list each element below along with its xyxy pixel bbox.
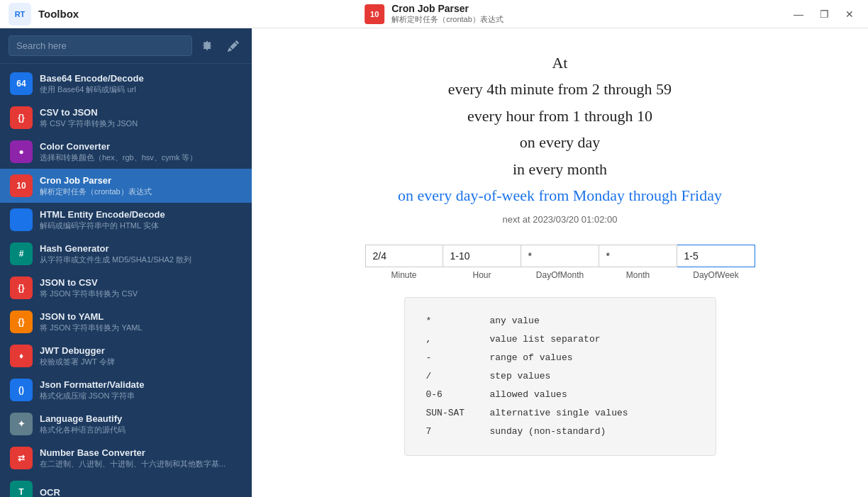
- sidebar-icon-ocr: T: [10, 481, 33, 497]
- sidebar-icon-language-beautify: ✦: [10, 413, 33, 435]
- cron-label-dayofweek: DayOfWeek: [693, 270, 738, 280]
- title-bar-right: — ❐ ✕: [789, 4, 859, 24]
- sidebar-item-text-json-formatter: Json Formatter/Validate 格式化或压缩 JSON 字符串: [40, 379, 144, 401]
- sidebar-item-number-base[interactable]: ⇄ Number Base Converter 在二进制、八进制、十进制、十六进…: [0, 441, 252, 475]
- app-logo: RT: [9, 3, 31, 26]
- restore-button[interactable]: ❐: [814, 4, 834, 24]
- cron-input-minute[interactable]: [365, 245, 443, 267]
- ref-symbol: ,: [426, 330, 476, 349]
- sidebar-item-title-number-base: Number Base Converter: [40, 447, 226, 458]
- sidebar-item-subtitle-json-to-yaml: 将 JSON 字符串转换为 YAML: [40, 323, 143, 333]
- title-bar-left: RT Toolbox: [9, 3, 79, 26]
- sidebar-item-text-color-converter: Color Converter 选择和转换颜色（hex、rgb、hsv、cymk…: [40, 141, 197, 163]
- sidebar-item-color-converter[interactable]: ● Color Converter 选择和转换颜色（hex、rgb、hsv、cy…: [0, 135, 252, 169]
- sidebar-icon-json-to-csv: {}: [10, 277, 33, 299]
- sidebar-icon-json-to-yaml: {}: [10, 311, 33, 333]
- next-at: next at 2023/03/20 01:02:00: [503, 214, 618, 225]
- settings-icon[interactable]: [198, 36, 218, 56]
- sidebar-item-title-html-entity: HTML Entity Encode/Decode: [40, 209, 165, 220]
- sidebar-item-subtitle-cron-job-parser: 解析定时任务（crontab）表达式: [40, 186, 152, 197]
- cron-label-hour: Hour: [472, 270, 491, 280]
- ref-desc: allowed values: [490, 386, 567, 404]
- ref-desc: any value: [490, 312, 540, 330]
- cron-fields: Minute Hour DayOfMonth Month DayOfWeek: [365, 245, 755, 280]
- sidebar-item-jwt-debugger[interactable]: ♦ JWT Debugger 校验或签署 JWT 令牌: [0, 339, 252, 373]
- cron-input-dayofmonth[interactable]: [521, 245, 599, 267]
- sidebar-item-title-json-to-csv: JSON to CSV: [40, 277, 138, 288]
- sidebar-item-title-json-to-yaml: JSON to YAML: [40, 311, 143, 322]
- sidebar-item-html-entity[interactable]: HTML Entity Encode/Decode 解码或编码字符串中的 HTM…: [0, 203, 252, 237]
- close-button[interactable]: ✕: [840, 4, 859, 24]
- sidebar-item-hash-generator[interactable]: # Hash Generator 从字符串或文件生成 MD5/SHA1/SHA2…: [0, 237, 252, 271]
- result-line4: on every day: [398, 129, 722, 155]
- ref-row: /step values: [426, 367, 694, 386]
- sidebar-item-text-language-beautify: Language Beautify 格式化各种语言的源代码: [40, 413, 126, 435]
- result-line3: every hour from 1 through 10: [398, 103, 722, 129]
- ref-row: *any value: [426, 312, 694, 330]
- ref-desc: range of values: [490, 349, 573, 367]
- sidebar-icon-color-converter: ●: [10, 140, 33, 163]
- sidebar-icon-html-entity: [10, 208, 33, 231]
- sidebar-item-text-jwt-debugger: JWT Debugger 校验或签署 JWT 令牌: [40, 345, 115, 367]
- result-line2: every 4th minute from 2 through 59: [398, 76, 722, 102]
- cron-label-dayofmonth: DayOfMonth: [536, 270, 584, 280]
- ref-desc: step values: [490, 367, 551, 386]
- sidebar-item-title-color-converter: Color Converter: [40, 141, 197, 152]
- tool-title-main: Cron Job Parser: [391, 3, 503, 14]
- sidebar-item-cron-job-parser[interactable]: 10 Cron Job Parser 解析定时任务（crontab）表达式: [0, 169, 252, 203]
- ref-desc: value list separator: [490, 330, 601, 349]
- cron-field-month: Month: [599, 245, 677, 280]
- sidebar-item-text-csv-to-json: CSV to JSON 将 CSV 字符串转换为 JSON: [40, 107, 138, 129]
- sidebar-item-json-to-csv[interactable]: {} JSON to CSV 将 JSON 字符串转换为 CSV: [0, 271, 252, 305]
- result-text: At every 4th minute from 2 through 59 ev…: [398, 50, 722, 208]
- app-name: Toolbox: [38, 8, 79, 20]
- cron-field-dayofmonth: DayOfMonth: [521, 245, 599, 280]
- cron-input-dayofweek[interactable]: [677, 245, 755, 267]
- tool-icon: 10: [365, 4, 384, 24]
- sidebar-item-title-base64: Base64 Encode/Decode: [40, 73, 144, 84]
- minimize-button[interactable]: —: [789, 4, 808, 24]
- sidebar-item-language-beautify[interactable]: ✦ Language Beautify 格式化各种语言的源代码: [0, 407, 252, 441]
- sidebar-item-title-hash-generator: Hash Generator: [40, 243, 191, 254]
- cron-label-minute: Minute: [391, 270, 416, 280]
- sidebar-item-text-number-base: Number Base Converter 在二进制、八进制、十进制、十六进制和…: [40, 447, 226, 469]
- sidebar-item-title-json-formatter: Json Formatter/Validate: [40, 379, 144, 390]
- ref-symbol: 7: [426, 423, 476, 441]
- main-content: At every 4th minute from 2 through 59 ev…: [252, 28, 868, 497]
- sidebar-item-text-json-to-yaml: JSON to YAML 将 JSON 字符串转换为 YAML: [40, 311, 143, 333]
- sidebar-item-json-to-yaml[interactable]: {} JSON to YAML 将 JSON 字符串转换为 YAML: [0, 305, 252, 339]
- sidebar-item-subtitle-color-converter: 选择和转换颜色（hex、rgb、hsv、cymk 等）: [40, 152, 197, 163]
- edit-icon[interactable]: [223, 36, 243, 56]
- sidebar-item-subtitle-html-entity: 解码或编码字符串中的 HTML 实体: [40, 220, 165, 231]
- cron-input-hour[interactable]: [443, 245, 521, 267]
- sidebar-item-text-html-entity: HTML Entity Encode/Decode 解码或编码字符串中的 HTM…: [40, 209, 165, 231]
- sidebar-item-base64[interactable]: 64 Base64 Encode/Decode 使用 Base64 解码或编码 …: [0, 67, 252, 101]
- result-line5: in every month: [398, 156, 722, 182]
- sidebar-item-title-language-beautify: Language Beautify: [40, 413, 126, 424]
- sidebar: 64 Base64 Encode/Decode 使用 Base64 解码或编码 …: [0, 28, 252, 497]
- ref-symbol: SUN-SAT: [426, 404, 476, 423]
- sidebar-item-subtitle-base64: 使用 Base64 解码或编码 url: [40, 84, 144, 95]
- sidebar-icon-jwt-debugger: ♦: [10, 345, 33, 367]
- cron-label-month: Month: [626, 270, 650, 280]
- title-bar-center: 10 Cron Job Parser 解析定时任务（crontab）表达式: [365, 3, 503, 25]
- reference-table: *any value,value list separator-range of…: [404, 297, 716, 456]
- ref-symbol: *: [426, 312, 476, 330]
- sidebar-item-text-hash-generator: Hash Generator 从字符串或文件生成 MD5/SHA1/SHA2 散…: [40, 243, 191, 265]
- sidebar-item-subtitle-hash-generator: 从字符串或文件生成 MD5/SHA1/SHA2 散列: [40, 255, 191, 265]
- cron-input-month[interactable]: [599, 245, 677, 267]
- sidebar-item-text-base64: Base64 Encode/Decode 使用 Base64 解码或编码 url: [40, 73, 144, 95]
- ref-symbol: /: [426, 367, 476, 386]
- ref-row: 7sunday (non-standard): [426, 423, 694, 441]
- search-input[interactable]: [9, 35, 192, 56]
- sidebar-item-subtitle-jwt-debugger: 校验或签署 JWT 令牌: [40, 357, 115, 367]
- sidebar-item-csv-to-json[interactable]: {} CSV to JSON 将 CSV 字符串转换为 JSON: [0, 101, 252, 135]
- sidebar-item-ocr[interactable]: T OCR: [0, 475, 252, 497]
- sidebar-item-subtitle-number-base: 在二进制、八进制、十进制、十六进制和其他数字基...: [40, 459, 226, 469]
- tool-title: Cron Job Parser 解析定时任务（crontab）表达式: [391, 3, 503, 25]
- sidebar-item-json-formatter[interactable]: () Json Formatter/Validate 格式化或压缩 JSON 字…: [0, 373, 252, 407]
- sidebar-icon-cron-job-parser: 10: [10, 174, 33, 197]
- sidebar-icon-hash-generator: #: [10, 242, 33, 265]
- sidebar-icon-json-formatter: (): [10, 379, 33, 401]
- sidebar-item-subtitle-json-formatter: 格式化或压缩 JSON 字符串: [40, 391, 144, 401]
